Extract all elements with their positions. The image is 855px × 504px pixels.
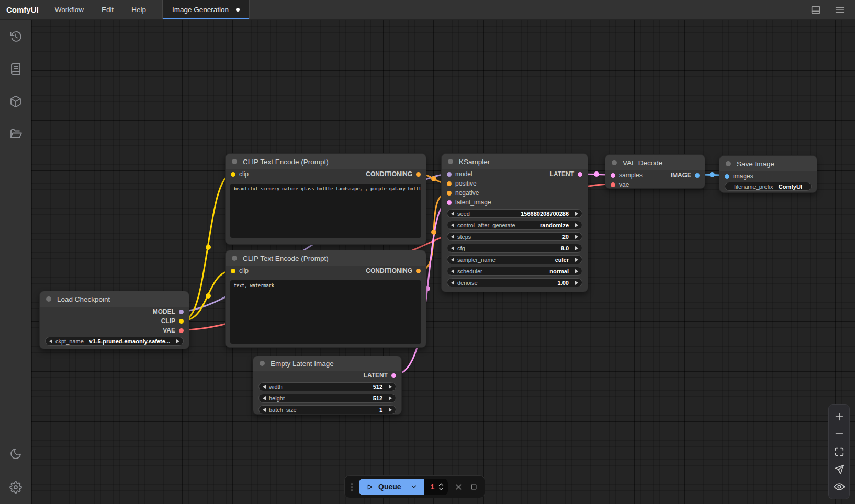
- widget-sampler-name[interactable]: sampler_name euler: [447, 255, 582, 264]
- collapse-dot-icon[interactable]: [726, 161, 731, 166]
- slot-dot[interactable]: [231, 172, 235, 177]
- widget-ckpt-name[interactable]: ckpt_name v1-5-pruned-emaonly.safete...: [45, 337, 184, 346]
- next-value-arrow-icon[interactable]: [575, 269, 578, 273]
- next-value-arrow-icon[interactable]: [575, 246, 578, 250]
- slot-dot[interactable]: [179, 310, 184, 314]
- prev-value-arrow-icon[interactable]: [451, 212, 454, 216]
- prev-value-arrow-icon[interactable]: [451, 223, 454, 227]
- queue-button[interactable]: Queue: [359, 479, 424, 495]
- widget-filename-prefix[interactable]: filename_prefix ComfyUI: [725, 182, 812, 191]
- next-value-arrow-icon[interactable]: [389, 396, 392, 400]
- output-slot-conditioning[interactable]: CONDITIONING: [366, 267, 421, 274]
- next-value-arrow-icon[interactable]: [575, 235, 578, 239]
- next-value-arrow-icon[interactable]: [389, 408, 392, 412]
- widget-cfg[interactable]: cfg 8.0: [447, 244, 582, 253]
- input-slot-positive[interactable]: positive: [447, 180, 477, 187]
- node-vae-decode[interactable]: VAE Decode samples IMAGE vae: [605, 154, 705, 189]
- collapse-dot-icon[interactable]: [612, 160, 617, 165]
- drag-handle-icon[interactable]: [351, 483, 353, 491]
- node-title-bar[interactable]: CLIP Text Encode (Prompt): [226, 154, 426, 169]
- zoom-out-icon[interactable]: [834, 428, 845, 440]
- input-slot-clip[interactable]: clip: [231, 267, 249, 274]
- prev-value-arrow-icon[interactable]: [451, 235, 454, 239]
- prev-value-arrow-icon[interactable]: [263, 408, 266, 412]
- node-title-bar[interactable]: CLIP Text Encode (Prompt): [226, 250, 426, 266]
- prev-value-arrow-icon[interactable]: [451, 281, 454, 285]
- prev-value-arrow-icon[interactable]: [263, 385, 266, 389]
- output-slot-model[interactable]: MODEL: [153, 308, 184, 315]
- positive-prompt-textarea[interactable]: beautiful scenery nature glass bottle la…: [230, 184, 421, 238]
- slot-dot[interactable]: [611, 182, 615, 187]
- prev-value-arrow-icon[interactable]: [451, 258, 454, 262]
- node-title-bar[interactable]: Save Image: [719, 156, 817, 171]
- input-slot-model[interactable]: model: [447, 170, 473, 178]
- toggle-links-eye-icon[interactable]: [834, 481, 845, 492]
- slot-dot[interactable]: [447, 200, 452, 205]
- input-slot-clip[interactable]: clip: [231, 170, 249, 178]
- slot-dot[interactable]: [416, 269, 421, 273]
- prev-value-arrow-icon[interactable]: [451, 246, 454, 250]
- collapse-dot-icon[interactable]: [46, 296, 51, 302]
- prev-value-arrow-icon[interactable]: [49, 339, 52, 343]
- collapse-dot-icon[interactable]: [232, 256, 237, 261]
- input-slot-images[interactable]: images: [725, 173, 753, 180]
- cancel-x-icon[interactable]: [454, 483, 463, 491]
- input-slot-negative[interactable]: negative: [447, 189, 479, 197]
- history-icon[interactable]: [5, 26, 26, 47]
- negative-prompt-textarea[interactable]: text, watermark: [230, 280, 421, 344]
- next-value-arrow-icon[interactable]: [575, 212, 578, 216]
- next-value-arrow-icon[interactable]: [575, 258, 578, 262]
- prev-value-arrow-icon[interactable]: [451, 269, 454, 273]
- fit-view-icon[interactable]: [834, 446, 845, 457]
- theme-moon-icon[interactable]: [5, 443, 26, 464]
- next-value-arrow-icon[interactable]: [575, 281, 578, 285]
- output-slot-vae[interactable]: VAE: [163, 327, 184, 334]
- node-load-checkpoint[interactable]: Load Checkpoint MODEL CLIP VAE ckpt_name…: [39, 291, 189, 349]
- node-clip-text-encode-positive[interactable]: CLIP Text Encode (Prompt) clip CONDITION…: [225, 153, 426, 245]
- slot-dot[interactable]: [695, 173, 700, 178]
- node-title-bar[interactable]: KSampler: [442, 154, 588, 169]
- slot-dot[interactable]: [447, 191, 452, 196]
- chevron-down-icon[interactable]: [410, 483, 418, 490]
- output-slot-latent[interactable]: LATENT: [550, 170, 582, 178]
- widget-control-after-generate[interactable]: control_after_generate randomize: [447, 221, 582, 230]
- slot-dot[interactable]: [391, 373, 396, 378]
- output-slot-image[interactable]: IMAGE: [671, 171, 700, 179]
- widget-height[interactable]: height 512: [258, 394, 396, 403]
- widget-scheduler[interactable]: scheduler normal: [447, 267, 582, 276]
- node-title-bar[interactable]: Empty Latent Image: [253, 356, 401, 371]
- widget-steps[interactable]: steps 20: [447, 232, 582, 241]
- menu-help[interactable]: Help: [122, 0, 155, 19]
- settings-gear-icon[interactable]: [5, 477, 26, 498]
- panel-bottom-icon[interactable]: [810, 4, 822, 16]
- slot-dot[interactable]: [416, 172, 421, 177]
- hamburger-menu-icon[interactable]: [834, 4, 846, 16]
- input-slot-vae[interactable]: vae: [611, 181, 629, 188]
- model-library-icon[interactable]: [5, 91, 26, 112]
- slot-dot[interactable]: [447, 172, 452, 177]
- widget-width[interactable]: width 512: [258, 382, 396, 391]
- prev-value-arrow-icon[interactable]: [263, 396, 266, 400]
- batch-count-stepper[interactable]: 1: [424, 479, 448, 495]
- collapse-dot-icon[interactable]: [232, 159, 237, 164]
- input-slot-latent-image[interactable]: latent_image: [447, 199, 491, 206]
- increment-chevron-icon[interactable]: [438, 483, 444, 486]
- next-value-arrow-icon[interactable]: [575, 223, 578, 227]
- output-slot-conditioning[interactable]: CONDITIONING: [366, 170, 421, 178]
- node-empty-latent-image[interactable]: Empty Latent Image LATENT width 512 heig…: [253, 356, 402, 415]
- menu-edit[interactable]: Edit: [93, 0, 122, 19]
- collapse-dot-icon[interactable]: [260, 361, 265, 366]
- node-save-image[interactable]: Save Image images filename_prefix ComfyU…: [719, 155, 817, 193]
- slot-dot[interactable]: [179, 328, 184, 333]
- output-slot-clip[interactable]: CLIP: [161, 317, 184, 325]
- stop-square-icon[interactable]: [469, 483, 478, 491]
- slot-dot[interactable]: [578, 172, 582, 177]
- node-clip-text-encode-negative[interactable]: CLIP Text Encode (Prompt) clip CONDITION…: [225, 250, 426, 348]
- slot-dot[interactable]: [231, 269, 235, 273]
- slot-dot[interactable]: [611, 173, 615, 178]
- node-title-bar[interactable]: VAE Decode: [605, 155, 705, 170]
- slot-dot[interactable]: [447, 181, 452, 186]
- pan-navigate-icon[interactable]: [834, 464, 845, 475]
- node-title-bar[interactable]: Load Checkpoint: [40, 291, 189, 307]
- widget-seed[interactable]: seed 156680208700286: [447, 209, 582, 218]
